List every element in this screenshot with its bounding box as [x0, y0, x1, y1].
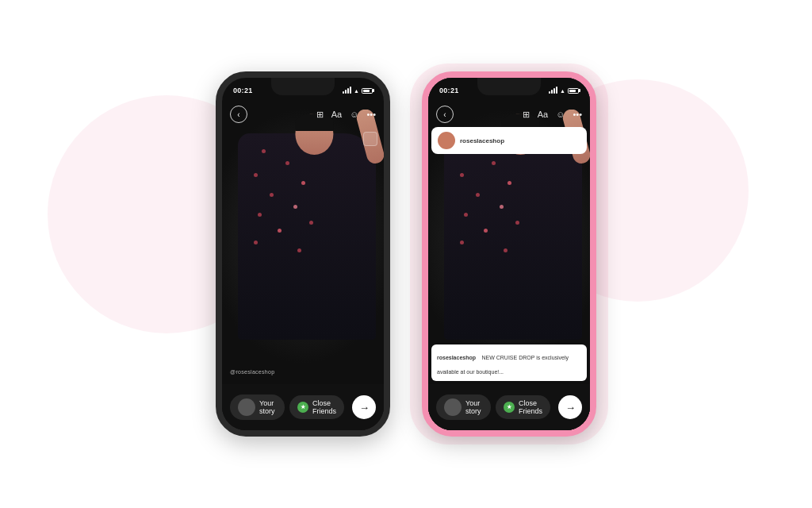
phone2-your-story-button[interactable]: Your story: [436, 394, 491, 420]
phone2-media-icon[interactable]: ⊞: [523, 110, 530, 120]
phone2-notch: [477, 78, 541, 95]
phone1-status-icons: ▲: [343, 87, 373, 94]
phone1-story-image: @roseslaceshop: [222, 78, 384, 430]
phone1-toolbar-right: ⊞ Aa ☺ •••: [316, 110, 376, 120]
phone2-share-bar: Your story ★ Close Friends →: [428, 384, 590, 430]
phone2-text-icon[interactable]: Aa: [538, 110, 548, 119]
phone2: 00:21 ▲ ‹: [422, 71, 596, 437]
phone2-send-arrow: →: [565, 402, 576, 414]
phone1-toolbar: ‹ ⊞ Aa ☺ •••: [222, 100, 384, 129]
phone2-your-story-label: Your story: [465, 399, 483, 415]
phone1: 00:21 ▲ ‹: [216, 71, 390, 437]
phone2-sticker-icon[interactable]: ☺: [556, 110, 565, 119]
phone2-wrapper: 00:21 ▲ ‹: [422, 71, 596, 437]
phone1-close-friends-button[interactable]: ★ Close Friends: [289, 395, 344, 419]
phone2-close-friends-button[interactable]: ★ Close Friends: [496, 395, 550, 419]
phone1-wrapper: 00:21 ▲ ‹: [216, 71, 390, 437]
phone1-your-story-label: Your story: [259, 399, 277, 415]
phone2-more-icon[interactable]: •••: [573, 110, 582, 119]
phone1-time: 00:21: [233, 87, 253, 94]
phone2-toolbar-right: ⊞ Aa ☺ •••: [523, 110, 582, 120]
phone2-send-button[interactable]: →: [558, 395, 582, 419]
phone2-post-overlay: roseslaceshop: [431, 127, 587, 154]
phone1-notch: [271, 78, 335, 95]
phone2-back-button[interactable]: ‹: [436, 106, 454, 123]
phone2-post-username: roseslaceshop: [460, 137, 504, 144]
phone1-green-dot: ★: [297, 402, 308, 413]
phone2-post-avatar: [438, 132, 455, 149]
phone2-signal: [549, 87, 557, 94]
phone2-status-icons: ▲: [549, 87, 579, 94]
page-container: 00:21 ▲ ‹: [0, 0, 812, 508]
phone1-send-button[interactable]: →: [352, 395, 376, 419]
phone2-battery-icon: [568, 88, 579, 94]
phone1-your-story-button[interactable]: Your story: [230, 394, 285, 420]
phone1-story-avatar: [238, 398, 255, 416]
phone1-share-bar: Your story ★ Close Friends →: [222, 384, 384, 430]
phone1-watermark: @roseslaceshop: [230, 369, 274, 375]
phone1-media-icon[interactable]: ⊞: [316, 110, 324, 120]
phone1-back-button[interactable]: ‹: [230, 106, 247, 123]
phone2-caption-username: roseslaceshop: [437, 355, 476, 360]
phone2-close-friends-label: Close Friends: [519, 399, 542, 415]
phone1-more-icon[interactable]: •••: [366, 110, 376, 119]
phone2-caption-overlay: roseslaceshop NEW CRUISE DROP is exclusi…: [431, 344, 587, 381]
phone1-send-arrow: →: [359, 402, 370, 414]
phone2-wifi-icon: ▲: [560, 88, 565, 94]
phone1-close-friends-label: Close Friends: [312, 399, 336, 415]
phone2-story-avatar: [444, 398, 462, 416]
phone2-time: 00:21: [439, 87, 459, 94]
phone1-corner-sticker[interactable]: [363, 132, 377, 146]
phone2-green-dot: ★: [504, 402, 515, 413]
phone1-battery-icon: [362, 88, 373, 94]
phone1-sticker-icon[interactable]: ☺: [350, 110, 358, 119]
phone2-toolbar: ‹ ⊞ Aa ☺ •••: [428, 100, 590, 129]
phone1-signal: [343, 87, 351, 94]
phone1-wifi-icon: ▲: [354, 88, 359, 94]
phone1-text-icon[interactable]: Aa: [331, 110, 342, 119]
